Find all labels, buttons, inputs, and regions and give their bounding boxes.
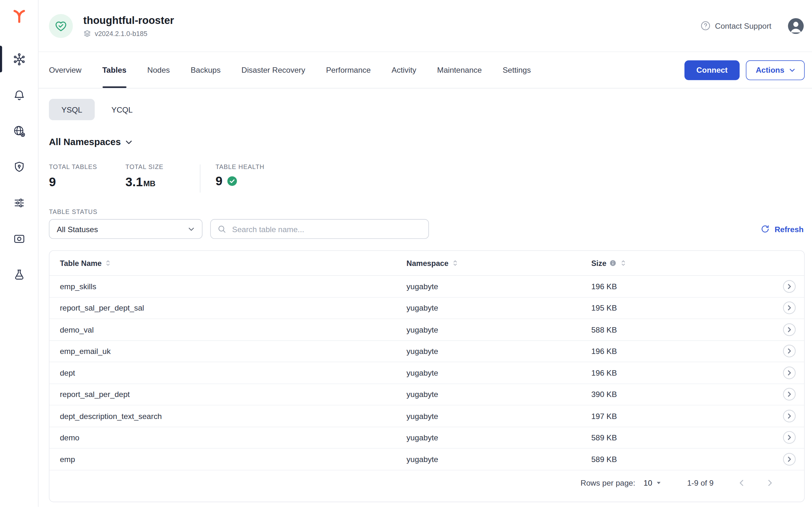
chevron-right-circle-icon <box>783 409 796 422</box>
total-size-value: 3.1 <box>125 175 143 189</box>
table-row[interactable]: emp yugabyte 589 KB <box>49 449 804 470</box>
tab-performance[interactable]: Performance <box>326 52 371 88</box>
universe-icon <box>12 52 25 66</box>
namespace-dropdown[interactable]: All Namespaces <box>49 137 805 148</box>
chevron-right-circle-icon <box>783 452 796 465</box>
heart-check-icon <box>54 19 68 33</box>
chevron-right-circle-icon <box>783 301 796 315</box>
app-root: thoughtful-rooster v2024.2.1.0-b185 <box>0 0 812 507</box>
avatar-icon <box>787 17 805 35</box>
table-row[interactable]: emp_email_uk yugabyte 196 KB <box>49 341 804 362</box>
sidebar-item-security[interactable] <box>0 149 38 185</box>
cluster-health-badge <box>49 14 73 38</box>
global-config-icon <box>12 124 25 137</box>
tab-overview[interactable]: Overview <box>49 52 81 88</box>
table-row[interactable]: demo_val yugabyte 588 KB <box>49 319 804 341</box>
tab-maintenance[interactable]: Maintenance <box>437 52 482 88</box>
row-detail-button[interactable] <box>783 280 796 293</box>
total-tables-value: 9 <box>49 175 125 189</box>
cell-table-name: dept <box>60 368 407 377</box>
row-detail-button[interactable] <box>783 409 796 422</box>
tune-sliders-icon <box>13 196 25 209</box>
yugabyte-logo[interactable] <box>13 8 25 24</box>
billing-card-icon <box>13 232 25 245</box>
table-row[interactable]: dept yugabyte 196 KB <box>49 362 804 384</box>
cell-table-name: emp <box>60 455 407 464</box>
chevron-down-icon <box>124 137 134 147</box>
sidebar-item-billing[interactable] <box>0 221 38 257</box>
sidebar-item-config[interactable] <box>0 185 38 221</box>
cell-namespace: yugabyte <box>407 282 591 291</box>
avatar[interactable] <box>787 17 805 35</box>
dropdown-arrow-icon <box>654 478 663 487</box>
tab-disaster-recovery[interactable]: Disaster Recovery <box>241 52 305 88</box>
row-detail-button[interactable] <box>783 323 796 336</box>
sort-icon <box>104 259 112 267</box>
tab-nodes[interactable]: Nodes <box>147 52 170 88</box>
cell-namespace: yugabyte <box>407 433 591 442</box>
table-row[interactable]: demo yugabyte 589 KB <box>49 427 804 449</box>
chevron-right-icon <box>764 477 775 488</box>
column-header-size[interactable]: Size <box>591 259 773 267</box>
refresh-label: Refresh <box>775 224 804 233</box>
contact-support-link[interactable]: Contact Support <box>700 20 771 31</box>
api-toggle: YSQL YCQL <box>49 99 805 120</box>
help-icon <box>700 20 711 31</box>
next-page-button[interactable] <box>764 477 775 488</box>
chevron-right-circle-icon <box>783 323 796 336</box>
row-detail-button[interactable] <box>783 367 796 380</box>
row-detail-button[interactable] <box>783 345 796 358</box>
cell-table-name: emp_skills <box>60 282 407 291</box>
column-header-namespace[interactable]: Namespace <box>407 259 591 267</box>
column-header-table-name[interactable]: Table Name <box>60 259 407 267</box>
row-detail-button[interactable] <box>783 452 796 465</box>
cell-table-name: emp_email_uk <box>60 347 407 355</box>
cell-size: 390 KB <box>591 390 773 399</box>
cell-table-name: report_sal_per_dept <box>60 390 407 399</box>
tab-activity[interactable]: Activity <box>392 52 417 88</box>
refresh-icon <box>761 224 770 233</box>
info-icon[interactable] <box>609 259 616 267</box>
cell-table-name: dept_description_text_search <box>60 412 407 420</box>
actions-button[interactable]: Actions <box>746 60 805 80</box>
search-input[interactable] <box>231 224 422 234</box>
total-tables-label: TOTAL TABLES <box>49 163 125 171</box>
tab-backups[interactable]: Backups <box>191 52 221 88</box>
toggle-ysql[interactable]: YSQL <box>49 99 95 120</box>
previous-page-button[interactable] <box>737 477 747 488</box>
tab-settings[interactable]: Settings <box>503 52 531 88</box>
row-detail-button[interactable] <box>783 431 796 444</box>
layers-icon <box>83 29 91 37</box>
total-size-unit: MB <box>143 179 155 188</box>
cluster-header: thoughtful-rooster v2024.2.1.0-b185 <box>39 0 812 52</box>
sidebar-item-universe[interactable] <box>0 41 38 77</box>
tab-tables[interactable]: Tables <box>102 52 127 88</box>
table-row[interactable]: emp_skills yugabyte 196 KB <box>49 276 804 297</box>
status-select[interactable]: All Statuses <box>49 219 202 239</box>
sidebar-item-alerts[interactable] <box>0 77 38 113</box>
page-title: thoughtful-rooster <box>83 14 174 26</box>
cell-size: 197 KB <box>591 412 773 420</box>
contact-support-label: Contact Support <box>715 21 771 30</box>
table-header-row: Table Name Namespace Size <box>49 251 804 276</box>
table-row[interactable]: report_sal_per_dept yugabyte 390 KB <box>49 384 804 406</box>
sidebar-item-global-config[interactable] <box>0 113 38 149</box>
refresh-button[interactable]: Refresh <box>761 224 805 233</box>
chevron-left-icon <box>737 477 747 488</box>
table-row[interactable]: report_sal_per_dept_sal yugabyte 195 KB <box>49 297 804 319</box>
stats-divider <box>200 165 201 192</box>
row-detail-button[interactable] <box>783 388 796 401</box>
cell-size: 589 KB <box>591 455 773 464</box>
connect-button[interactable]: Connect <box>685 60 740 80</box>
cell-namespace: yugabyte <box>407 347 591 355</box>
row-detail-button[interactable] <box>783 301 796 315</box>
sidebar-item-labs[interactable] <box>0 257 38 293</box>
yugabyte-logo-icon <box>13 9 25 23</box>
table-row[interactable]: dept_description_text_search yugabyte 19… <box>49 405 804 427</box>
cell-namespace: yugabyte <box>407 303 591 313</box>
chevron-right-circle-icon <box>783 388 796 401</box>
cell-size: 589 KB <box>591 433 773 442</box>
rows-per-page-select[interactable]: 10 <box>644 478 663 487</box>
toggle-ycql[interactable]: YCQL <box>99 99 145 120</box>
cell-namespace: yugabyte <box>407 455 591 464</box>
